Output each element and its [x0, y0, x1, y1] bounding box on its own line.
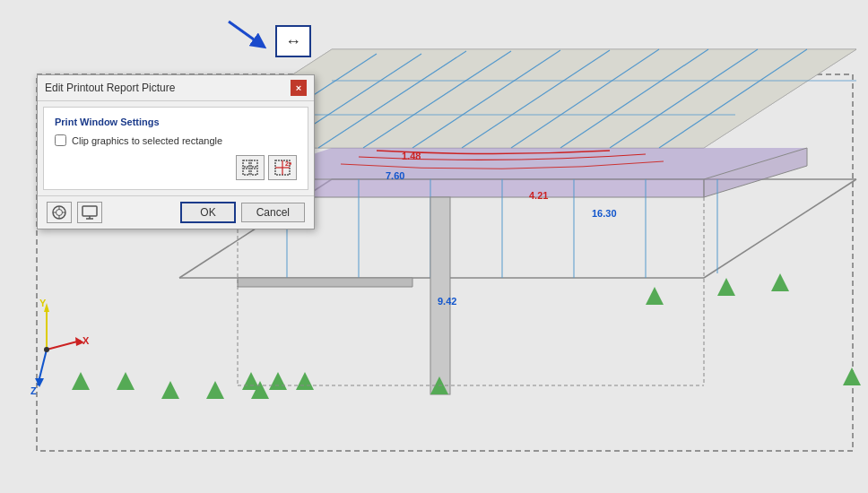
help-button[interactable]	[47, 202, 72, 223]
clip-graphics-label[interactable]: Clip graphics to selected rectangle	[72, 135, 222, 146]
dim-val1: 1.48	[402, 151, 421, 161]
svg-text:Z: Z	[30, 385, 37, 396]
dim-val3: 4.21	[529, 190, 548, 201]
svg-point-73	[56, 210, 63, 216]
cross-select-icon: 2×	[273, 159, 291, 177]
monitor-icon	[82, 204, 98, 221]
cancel-button[interactable]: Cancel	[241, 203, 305, 222]
svg-rect-62	[243, 160, 249, 167]
clip-graphics-checkbox[interactable]	[55, 134, 66, 146]
dialog-close-button[interactable]: ×	[291, 80, 307, 96]
frame-select-icon	[241, 159, 259, 177]
svg-text:X: X	[82, 335, 90, 346]
dialog-body: Print Window Settings Clip graphics to s…	[43, 107, 308, 190]
checkbox-row: Clip graphics to selected rectangle	[55, 134, 297, 146]
svg-text:2×: 2×	[285, 160, 291, 167]
dim-val4: 16.30	[592, 208, 617, 219]
section-title: Print Window Settings	[55, 117, 297, 127]
svg-text:Y: Y	[39, 298, 47, 308]
dialog-title: Edit Printout Report Picture	[45, 82, 175, 94]
svg-marker-34	[238, 278, 412, 287]
resize-handle-box[interactable]: ↔	[275, 25, 311, 57]
dialog-titlebar: Edit Printout Report Picture ×	[38, 75, 314, 101]
svg-rect-78	[82, 206, 97, 216]
dialog-footer: OK Cancel	[38, 195, 314, 229]
blue-arrow-indicator	[220, 13, 273, 57]
frame-select-button[interactable]	[236, 155, 265, 180]
cross-select-button[interactable]: 2×	[268, 155, 297, 180]
ok-button[interactable]: OK	[180, 202, 235, 223]
dialog-edit-printout: Edit Printout Report Picture × Print Win…	[37, 74, 315, 229]
svg-rect-65	[251, 169, 257, 175]
resize-icon: ↔	[285, 32, 301, 51]
icon-row: 2×	[55, 155, 297, 180]
svg-point-60	[44, 347, 49, 352]
svg-rect-63	[251, 160, 257, 167]
dim-val5: 9.42	[438, 296, 456, 307]
svg-rect-64	[243, 169, 249, 175]
help-icon	[51, 204, 67, 221]
dim-val2: 7.60	[386, 170, 404, 181]
monitor-button[interactable]	[77, 202, 102, 223]
